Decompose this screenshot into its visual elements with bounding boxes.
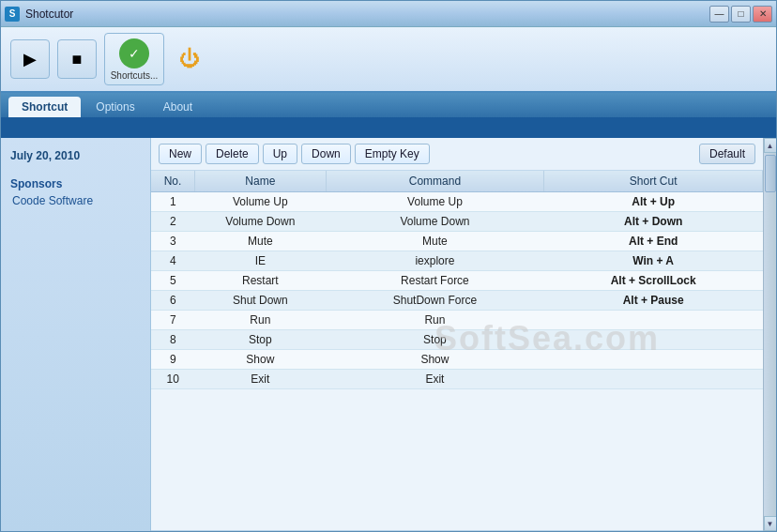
cell-command: Volume Up [326,192,544,212]
cell-shortcut [544,330,763,350]
cell-name: Run [195,311,327,330]
table-wrapper[interactable]: No. Name Command Short Cut 1 Volume Up V… [151,171,763,531]
sidebar-date: July 20, 2010 [10,149,141,162]
shortcuts-icon [119,38,149,68]
tab-options[interactable]: Options [83,97,147,117]
cell-no: 2 [151,212,195,232]
main-window: S Shotcutor — □ ✕ ▶ ■ Shortcuts... ⏻ Sho… [0,0,777,532]
toolbar: ▶ ■ Shortcuts... ⏻ [1,27,776,93]
col-shortcut: Short Cut [544,171,763,192]
close-button[interactable]: ✕ [753,6,772,23]
cell-command: Stop [326,330,544,350]
table-area: New Delete Up Down Empty Key Default Sof… [151,138,763,531]
cell-command: Show [326,350,544,370]
cell-no: 9 [151,350,195,370]
stop-icon: ■ [72,50,83,69]
outer-scrollbar[interactable]: ▲ ▼ [763,138,776,531]
table-row[interactable]: 2 Volume Down Volume Down Alt + Down [151,212,763,232]
scroll-down-arrow[interactable]: ▼ [764,516,777,531]
maximize-button[interactable]: □ [731,6,751,23]
window-title: Shotcutor [25,8,709,21]
window-controls: — □ ✕ [709,6,772,23]
empty-key-button[interactable]: Empty Key [355,144,430,164]
shortcuts-label: Shortcuts... [111,70,159,81]
cell-name: Volume Up [195,192,327,212]
blue-banner [1,117,776,138]
table-row[interactable]: 9 Show Show [151,350,763,370]
table-row[interactable]: 6 Shut Down ShutDown Force Alt + Pause [151,291,763,311]
table-row[interactable]: 10 Exit Exit [151,370,763,389]
table-row[interactable]: 1 Volume Up Volume Up Alt + Up [151,192,763,212]
tab-about[interactable]: About [150,97,206,117]
new-button[interactable]: New [159,144,202,164]
scroll-up-arrow[interactable]: ▲ [764,138,777,153]
cell-name: Shut Down [195,291,327,311]
table-row[interactable]: 8 Stop Stop [151,330,763,350]
power-icon: ⏻ [179,47,200,71]
cell-name: Volume Down [195,212,327,232]
sidebar: July 20, 2010 Sponsors Coode Software [1,138,151,531]
coode-link[interactable]: Coode Software [12,194,141,207]
app-icon: S [5,7,20,22]
stop-button[interactable]: ■ [57,39,97,79]
play-button[interactable]: ▶ [10,39,50,79]
cell-command: Restart Force [326,271,544,291]
title-bar: S Shotcutor — □ ✕ [1,1,776,27]
cell-no: 6 [151,291,195,311]
cell-command: iexplore [326,251,544,271]
default-button[interactable]: Default [699,144,755,164]
table-row[interactable]: 7 Run Run [151,311,763,330]
cell-no: 4 [151,251,195,271]
cell-no: 5 [151,271,195,291]
col-command: Command [326,171,544,192]
down-button[interactable]: Down [301,144,351,164]
tab-shortcut[interactable]: Shortcut [8,97,81,117]
cell-shortcut [544,311,763,330]
table-row[interactable]: 5 Restart Restart Force Alt + ScrollLock [151,271,763,291]
cell-shortcut: Alt + Up [544,192,763,212]
navigation-tabs: Shortcut Options About [1,93,776,117]
cell-name: Exit [195,370,327,389]
cell-name: Stop [195,330,327,350]
shortcuts-button[interactable]: Shortcuts... [104,33,164,85]
cell-shortcut: Alt + End [544,232,763,251]
cell-shortcut [544,370,763,389]
cell-no: 10 [151,370,195,389]
cell-no: 7 [151,311,195,330]
table-header: No. Name Command Short Cut [151,171,763,192]
cell-name: Restart [195,271,327,291]
sponsors-link[interactable]: Sponsors [10,177,141,190]
cell-command: Mute [326,232,544,251]
scroll-thumb[interactable] [765,155,776,192]
cell-shortcut [544,350,763,370]
cell-shortcut: Alt + ScrollLock [544,271,763,291]
col-name: Name [195,171,327,192]
table-row[interactable]: 4 IE iexplore Win + A [151,251,763,271]
table-row[interactable]: 3 Mute Mute Alt + End [151,232,763,251]
shortcuts-table: No. Name Command Short Cut 1 Volume Up V… [151,171,763,389]
table-body: 1 Volume Up Volume Up Alt + Up 2 Volume … [151,192,763,389]
cell-command: ShutDown Force [326,291,544,311]
cell-shortcut: Alt + Pause [544,291,763,311]
power-button[interactable]: ⏻ [172,41,207,77]
minimize-button[interactable]: — [709,6,729,23]
cell-name: IE [195,251,327,271]
delete-button[interactable]: Delete [206,144,259,164]
col-no: No. [151,171,195,192]
cell-command: Exit [326,370,544,389]
cell-command: Run [326,311,544,330]
cell-name: Mute [195,232,327,251]
cell-name: Show [195,350,327,370]
play-icon: ▶ [23,49,37,69]
cell-no: 1 [151,192,195,212]
main-content: July 20, 2010 Sponsors Coode Software Ne… [1,138,776,531]
cell-no: 3 [151,232,195,251]
action-bar: New Delete Up Down Empty Key Default [151,138,763,171]
up-button[interactable]: Up [263,144,297,164]
cell-no: 8 [151,330,195,350]
cell-shortcut: Alt + Down [544,212,763,232]
cell-shortcut: Win + A [544,251,763,271]
cell-command: Volume Down [326,212,544,232]
